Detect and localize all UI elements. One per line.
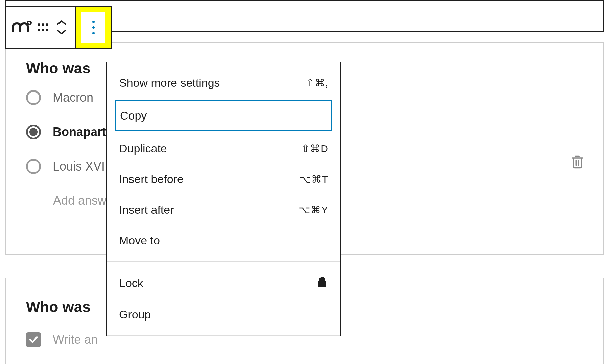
radio-button[interactable]: [26, 159, 41, 174]
drag-handle-button[interactable]: [34, 7, 51, 48]
radio-button-selected[interactable]: [26, 125, 41, 139]
move-buttons: [51, 7, 72, 48]
menu-copy[interactable]: Copy: [115, 100, 332, 131]
menu-item-label: Duplicate: [119, 142, 167, 155]
menu-insert-before[interactable]: Insert before ⌥⌘T: [109, 164, 338, 194]
move-up-button[interactable]: [56, 20, 67, 26]
svg-point-3: [46, 23, 48, 26]
menu-item-shortcut: ⇧⌘D: [301, 142, 328, 154]
checkbox-label[interactable]: Write an: [53, 333, 98, 347]
check-icon: [28, 335, 39, 345]
more-options-button[interactable]: [81, 12, 105, 43]
menu-item-label: Group: [119, 308, 151, 321]
svg-point-4: [38, 29, 40, 31]
menu-show-more-settings[interactable]: Show more settings ⇧⌘,: [109, 68, 338, 98]
block-type-button[interactable]: [9, 7, 34, 48]
menu-item-shortcut: ⌥⌘Y: [299, 204, 328, 216]
svg-point-5: [42, 29, 44, 31]
menu-duplicate[interactable]: Duplicate ⇧⌘D: [109, 133, 338, 164]
checkbox-checked[interactable]: [26, 332, 41, 347]
lock-icon: [316, 276, 328, 290]
menu-item-label: Show more settings: [119, 76, 220, 89]
drag-handle-icon: [37, 23, 49, 32]
answer-label[interactable]: Louis XVI: [53, 159, 105, 174]
menu-insert-after[interactable]: Insert after ⌥⌘Y: [109, 194, 338, 225]
menu-item-shortcut: ⇧⌘,: [306, 77, 328, 89]
answer-label[interactable]: Macron: [53, 90, 93, 105]
svg-point-1: [38, 23, 40, 26]
move-down-button[interactable]: [56, 29, 67, 35]
menu-item-label: Insert before: [119, 173, 184, 186]
svg-point-6: [46, 29, 48, 31]
answer-label[interactable]: Bonaparte: [53, 125, 113, 139]
menu-move-to[interactable]: Move to: [109, 225, 338, 256]
more-vert-icon: [92, 21, 95, 34]
svg-point-0: [28, 21, 31, 24]
toolbar-right-section: [76, 7, 111, 48]
menu-item-shortcut: ⌥⌘T: [299, 173, 328, 185]
menu-divider: [107, 335, 340, 336]
menu-lock[interactable]: Lock: [109, 267, 338, 299]
menu-item-label: Copy: [120, 109, 147, 122]
menu-item-label: Insert after: [119, 203, 174, 216]
menu-section-1: Show more settings ⇧⌘, Copy Duplicate ⇧⌘…: [107, 62, 340, 261]
menu-item-label: Move to: [119, 234, 160, 247]
menu-section-2: Lock Group: [107, 262, 340, 335]
svg-point-2: [42, 23, 44, 26]
radio-button[interactable]: [26, 90, 41, 105]
menu-item-label: Lock: [119, 277, 143, 290]
block-type-icon: [12, 21, 32, 34]
delete-button[interactable]: [570, 154, 585, 171]
more-options-highlight: [76, 7, 111, 48]
trash-icon: [570, 154, 585, 169]
block-options-menu: Show more settings ⇧⌘, Copy Duplicate ⇧⌘…: [106, 62, 341, 336]
menu-group[interactable]: Group: [109, 299, 338, 330]
block-toolbar: [5, 6, 112, 49]
toolbar-left-section: [6, 7, 76, 48]
